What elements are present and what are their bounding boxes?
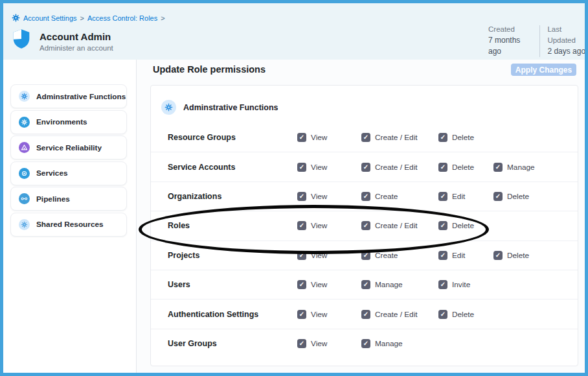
sidebar-item-label: Pipelines	[36, 194, 70, 204]
services-icon	[19, 168, 30, 179]
page-subtitle: Administer an account	[40, 44, 113, 52]
sidebar-item-pipelines[interactable]: Pipelines	[10, 187, 127, 211]
sidebar-item-environments[interactable]: Environments	[10, 110, 127, 134]
checked-checkbox-icon[interactable]: ✓	[438, 133, 447, 142]
checked-checkbox-icon[interactable]: ✓	[297, 221, 306, 230]
permission-toggle-create[interactable]: ✓Create	[361, 192, 398, 201]
checked-checkbox-icon[interactable]: ✓	[361, 310, 370, 319]
resource-type-label: Resource Groups	[168, 133, 236, 142]
permission-toggle-invite[interactable]: ✓Invite	[438, 280, 470, 289]
apply-changes-button[interactable]: Apply Changes	[511, 64, 576, 76]
permission-label: View	[311, 310, 327, 319]
permission-toggle-view[interactable]: ✓View	[297, 163, 327, 172]
permission-label: Delete	[507, 251, 529, 260]
checked-checkbox-icon[interactable]: ✓	[297, 280, 306, 289]
permission-toggle-view[interactable]: ✓View	[297, 133, 327, 142]
breadcrumb: Account Settings > Access Control: Roles…	[12, 14, 165, 22]
checked-checkbox-icon[interactable]: ✓	[361, 280, 370, 289]
sidebar-item-label: Services	[36, 169, 68, 178]
gear-icon	[161, 100, 176, 115]
sidebar-item-service-reliability[interactable]: Service Reliability	[10, 135, 127, 159]
sidebar-item-label: Environments	[36, 117, 87, 126]
breadcrumb-link-account-settings[interactable]: Account Settings	[23, 14, 77, 22]
sidebar-item-label: Adminstrative Functions	[36, 92, 126, 101]
permission-toggle-view[interactable]: ✓View	[297, 310, 327, 319]
role-shield-icon	[12, 29, 31, 49]
permission-label: Edit	[452, 251, 465, 260]
created-block: Created 7 months ago	[488, 24, 532, 57]
permission-label: View	[311, 280, 327, 289]
checked-checkbox-icon[interactable]: ✓	[438, 251, 447, 260]
checked-checkbox-icon[interactable]: ✓	[361, 221, 370, 230]
permission-toggle-create-edit[interactable]: ✓Create / Edit	[361, 163, 418, 172]
checked-checkbox-icon[interactable]: ✓	[438, 310, 447, 319]
checked-checkbox-icon[interactable]: ✓	[438, 221, 447, 230]
checked-checkbox-icon[interactable]: ✓	[297, 251, 306, 260]
sidebar-item-shared-resources[interactable]: Shared Resources	[10, 213, 127, 237]
checked-checkbox-icon[interactable]: ✓	[361, 133, 370, 142]
permission-label: View	[311, 221, 327, 230]
permission-toggle-manage[interactable]: ✓Manage	[493, 163, 535, 172]
permission-toggle-edit[interactable]: ✓Edit	[438, 192, 465, 201]
checked-checkbox-icon[interactable]: ✓	[493, 163, 503, 172]
permission-toggle-delete[interactable]: ✓Delete	[438, 133, 474, 142]
checked-checkbox-icon[interactable]: ✓	[297, 163, 306, 172]
permission-toggle-view[interactable]: ✓View	[297, 192, 327, 201]
resource-type-label: Authentication Settings	[168, 310, 258, 319]
checked-checkbox-icon[interactable]: ✓	[297, 339, 306, 348]
permission-toggle-delete[interactable]: ✓Delete	[438, 163, 474, 172]
permission-toggle-view[interactable]: ✓View	[297, 251, 327, 260]
resource-category-sidebar: Adminstrative FunctionsEnvironmentsServi…	[10, 84, 127, 238]
checked-checkbox-icon[interactable]: ✓	[361, 251, 370, 260]
permission-label: Manage	[375, 339, 403, 348]
permission-label: Create / Edit	[375, 163, 418, 172]
permission-label: View	[311, 339, 327, 348]
permission-label: Create / Edit	[375, 221, 418, 230]
permission-toggle-manage[interactable]: ✓Manage	[361, 339, 403, 348]
sidebar-item-adminstrative-functions[interactable]: Adminstrative Functions	[10, 84, 127, 108]
permission-label: Delete	[507, 192, 529, 201]
permissions-table: Resource Groups✓View✓Create / Edit✓Delet…	[151, 123, 578, 358]
last-updated-label: Last Updated	[547, 24, 588, 46]
permission-toggle-delete[interactable]: ✓Delete	[493, 192, 529, 201]
permissions-panel: Adminstrative Functions Resource Groups✓…	[150, 85, 578, 366]
permission-toggle-view[interactable]: ✓View	[297, 339, 327, 348]
permission-toggle-view[interactable]: ✓View	[297, 280, 327, 289]
sidebar-item-label: Shared Resources	[36, 220, 104, 229]
permission-toggle-create-edit[interactable]: ✓Create / Edit	[361, 133, 418, 142]
permission-toggle-delete[interactable]: ✓Delete	[493, 251, 529, 260]
permission-row-user-groups: User Groups✓View✓Manage	[151, 329, 578, 358]
settings-gear-icon	[12, 14, 20, 22]
permission-label: Delete	[452, 133, 474, 142]
checked-checkbox-icon[interactable]: ✓	[361, 163, 370, 172]
permission-toggle-create-edit[interactable]: ✓Create / Edit	[361, 310, 418, 319]
role-meta: Created 7 months ago Last Updated 2 days…	[488, 24, 588, 57]
resource-type-label: Roles	[168, 221, 190, 230]
checked-checkbox-icon[interactable]: ✓	[297, 192, 306, 201]
permission-toggle-delete[interactable]: ✓Delete	[438, 310, 474, 319]
breadcrumb-link-access-control-roles[interactable]: Access Control: Roles	[87, 14, 157, 22]
checked-checkbox-icon[interactable]: ✓	[493, 251, 503, 260]
sidebar-item-label: Service Reliability	[36, 143, 102, 152]
permission-row-roles: Roles✓View✓Create / Edit✓Delete	[151, 211, 578, 241]
permission-toggle-edit[interactable]: ✓Edit	[438, 251, 465, 260]
checked-checkbox-icon[interactable]: ✓	[493, 192, 503, 201]
checked-checkbox-icon[interactable]: ✓	[438, 280, 447, 289]
checked-checkbox-icon[interactable]: ✓	[297, 133, 306, 142]
checked-checkbox-icon[interactable]: ✓	[297, 310, 306, 319]
permission-toggle-delete[interactable]: ✓Delete	[438, 221, 474, 230]
permission-label: View	[311, 251, 327, 260]
permission-toggle-create[interactable]: ✓Create	[361, 251, 398, 260]
permission-label: Create / Edit	[375, 310, 418, 319]
resource-type-label: Organizations	[168, 192, 221, 201]
pipelines-icon	[19, 193, 30, 204]
checked-checkbox-icon[interactable]: ✓	[361, 192, 370, 201]
checked-checkbox-icon[interactable]: ✓	[438, 163, 447, 172]
permission-toggle-manage[interactable]: ✓Manage	[361, 280, 403, 289]
sidebar-item-services[interactable]: Services	[10, 161, 127, 185]
app-window: Account Settings > Access Control: Roles…	[0, 0, 588, 376]
checked-checkbox-icon[interactable]: ✓	[361, 339, 370, 348]
permission-toggle-create-edit[interactable]: ✓Create / Edit	[361, 221, 418, 230]
permission-toggle-view[interactable]: ✓View	[297, 221, 327, 230]
checked-checkbox-icon[interactable]: ✓	[438, 192, 447, 201]
